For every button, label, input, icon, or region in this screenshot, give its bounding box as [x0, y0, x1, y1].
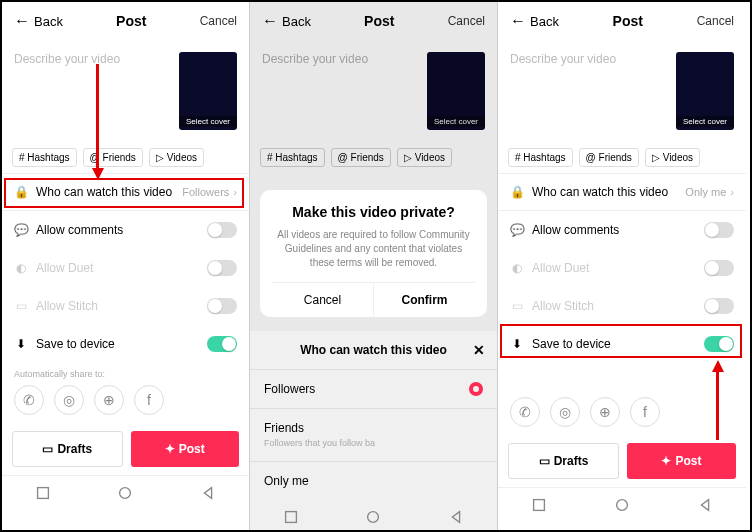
stitch-toggle — [207, 298, 237, 314]
post-button[interactable]: ✦ Post — [131, 431, 240, 467]
stitch-row: ▭ Allow Stitch — [2, 287, 249, 325]
stitch-icon: ▭ — [510, 299, 524, 313]
header: ← Back Post Cancel — [250, 2, 497, 40]
describe-placeholder: Describe your video — [262, 52, 368, 66]
sheet-title: Who can watch this video — [300, 343, 447, 357]
modal-text: All videos are required to follow Commun… — [272, 228, 475, 270]
modal-cancel-button[interactable]: Cancel — [272, 283, 374, 317]
friends-chip[interactable]: @ Friends — [83, 148, 143, 167]
cover-label: Select cover — [676, 116, 734, 127]
nav-circle-icon[interactable] — [364, 508, 382, 526]
sheet-friends[interactable]: Friends Followers that you follow ba — [250, 408, 497, 461]
nav-bar — [2, 475, 249, 506]
instagram-icon[interactable]: ◎ — [54, 385, 84, 415]
nav-circle-icon[interactable] — [613, 496, 631, 514]
auto-share-label: Automatically share to: — [2, 363, 249, 381]
stories-icon[interactable]: ⊕ — [94, 385, 124, 415]
svg-rect-0 — [38, 488, 49, 499]
describe-area[interactable]: Describe your video Select cover — [498, 40, 746, 142]
duet-toggle — [207, 260, 237, 276]
describe-area: Describe your video Select cover — [250, 40, 497, 142]
privacy-row[interactable]: 🔒 Who can watch this video Followers › — [2, 173, 249, 211]
hashtags-chip[interactable]: # Hashtags — [12, 148, 77, 167]
videos-chip[interactable]: ▷ Videos — [149, 148, 204, 167]
stitch-row: ▭Allow Stitch — [498, 287, 746, 325]
lock-icon: 🔒 — [14, 185, 28, 199]
page-title: Post — [364, 13, 394, 29]
screen-3: ← Back Post Cancel Describe your video S… — [498, 2, 746, 530]
comments-toggle[interactable] — [207, 222, 237, 238]
comments-toggle[interactable] — [704, 222, 734, 238]
back-button[interactable]: ← Back — [262, 12, 311, 30]
nav-square-icon[interactable] — [34, 484, 52, 502]
drafts-button[interactable]: ▭ Drafts — [12, 431, 123, 467]
drafts-icon: ▭ — [539, 454, 550, 468]
radio-selected-icon — [469, 382, 483, 396]
duet-icon: ◐ — [14, 261, 28, 275]
videos-chip: ▷ Videos — [397, 148, 452, 167]
privacy-value: Only me — [685, 186, 726, 198]
share-icons: ✆ ◎ ⊕ f — [498, 393, 746, 435]
sheet-onlyme[interactable]: Only me — [250, 461, 497, 500]
describe-area[interactable]: Describe your video Select cover — [2, 40, 249, 142]
post-label: Post — [179, 442, 205, 456]
close-icon[interactable]: ✕ — [473, 342, 485, 358]
videos-chip[interactable]: ▷ Videos — [645, 148, 700, 167]
stories-icon[interactable]: ⊕ — [590, 397, 620, 427]
cover-thumbnail[interactable]: Select cover — [179, 52, 237, 130]
cancel-button[interactable]: Cancel — [697, 14, 734, 28]
nav-circle-icon[interactable] — [116, 484, 134, 502]
hashtags-chip[interactable]: # Hashtags — [508, 148, 573, 167]
duet-label: Allow Duet — [36, 261, 93, 275]
whatsapp-icon[interactable]: ✆ — [14, 385, 44, 415]
cover-label: Select cover — [179, 116, 237, 127]
instagram-icon[interactable]: ◎ — [550, 397, 580, 427]
hashtags-chip: # Hashtags — [260, 148, 325, 167]
privacy-label: Who can watch this video — [36, 185, 172, 199]
chips-row: # Hashtags @ Friends ▷ Videos — [2, 142, 249, 173]
back-label: Back — [34, 14, 63, 29]
duet-label: Allow Duet — [532, 261, 589, 275]
nav-back-icon[interactable] — [199, 484, 217, 502]
comments-label: Allow comments — [532, 223, 619, 237]
download-icon: ⬇ — [14, 337, 28, 351]
duet-toggle — [704, 260, 734, 276]
drafts-label: Drafts — [57, 442, 92, 456]
header: ← Back Post Cancel — [498, 2, 746, 40]
back-button[interactable]: ← Back — [14, 12, 63, 30]
save-toggle[interactable] — [207, 336, 237, 352]
save-toggle[interactable] — [704, 336, 734, 352]
facebook-icon[interactable]: f — [630, 397, 660, 427]
nav-back-icon[interactable] — [447, 508, 465, 526]
drafts-button[interactable]: ▭Drafts — [508, 443, 619, 479]
duet-icon: ◐ — [510, 261, 524, 275]
page-title: Post — [613, 13, 643, 29]
whatsapp-icon[interactable]: ✆ — [510, 397, 540, 427]
chips-row: # Hashtags @ Friends ▷ Videos — [250, 142, 497, 173]
sheet-followers[interactable]: Followers — [250, 369, 497, 408]
privacy-modal: Make this video private? All videos are … — [260, 190, 487, 317]
comments-label: Allow comments — [36, 223, 123, 237]
comments-row: 💬Allow comments — [498, 211, 746, 249]
modal-confirm-button[interactable]: Confirm — [374, 283, 475, 317]
stitch-label: Allow Stitch — [532, 299, 594, 313]
screen-2: ← Back Post Cancel Describe your video S… — [250, 2, 498, 530]
bottom-buttons: ▭ Drafts ✦ Post — [2, 423, 249, 475]
friends-chip[interactable]: @ Friends — [579, 148, 639, 167]
back-button[interactable]: ← Back — [510, 12, 559, 30]
header: ← Back Post Cancel — [2, 2, 249, 40]
stitch-icon: ▭ — [14, 299, 28, 313]
post-icon: ✦ — [661, 454, 671, 468]
post-button[interactable]: ✦Post — [627, 443, 736, 479]
nav-back-icon[interactable] — [696, 496, 714, 514]
nav-square-icon[interactable] — [530, 496, 548, 514]
privacy-label: Who can watch this video — [532, 185, 668, 199]
cancel-button[interactable]: Cancel — [200, 14, 237, 28]
drafts-label: Drafts — [554, 454, 589, 468]
nav-square-icon[interactable] — [282, 508, 300, 526]
facebook-icon[interactable]: f — [134, 385, 164, 415]
cancel-button[interactable]: Cancel — [448, 14, 485, 28]
cover-thumbnail[interactable]: Select cover — [676, 52, 734, 130]
duet-row: ◐Allow Duet — [498, 249, 746, 287]
privacy-row[interactable]: 🔒 Who can watch this video Only me › — [498, 173, 746, 211]
